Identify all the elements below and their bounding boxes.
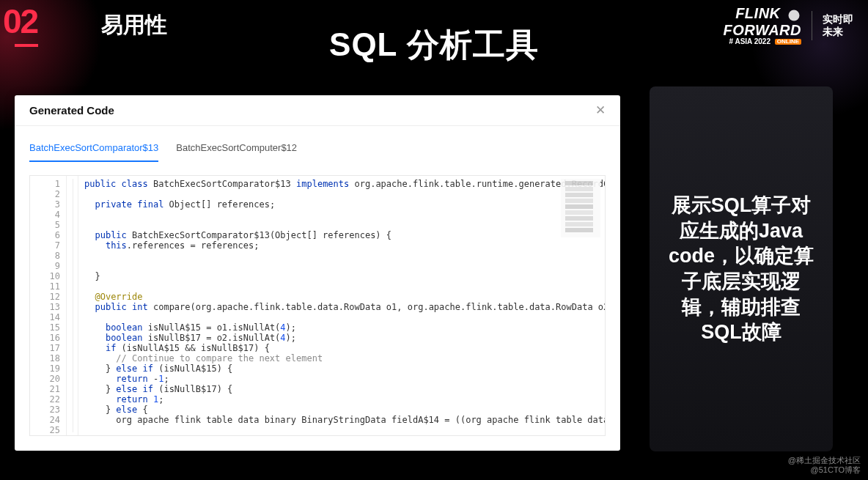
logo-line1: FLINK (735, 5, 780, 21)
tab-1[interactable]: BatchExecSortComputer$12 (176, 136, 297, 162)
minimap[interactable] (561, 179, 600, 237)
conference-logo: FLINK FORWARD # ASIA 2022 ONLINE 实时即 未来 (724, 6, 853, 45)
logo-sub: # ASIA 2022 (729, 37, 770, 45)
credits: @稀土掘金技术社区 @51CTO博客 (788, 456, 861, 476)
tab-0[interactable]: BatchExecSortComparator$13 (29, 136, 158, 162)
tabs: BatchExecSortComparator$13BatchExecSortC… (15, 136, 620, 162)
panel-title: Generated Code (29, 104, 114, 117)
code-viewer: 1 2 3 4 5 6 7 8 9 10 11 12 13 14 15 16 1… (29, 175, 606, 436)
description-box: 展示SQL算子对应生成的Java code，以确定算子底层实现逻辑，辅助排查SQ… (650, 86, 833, 451)
tagline: 实时即 未来 (823, 13, 853, 39)
svg-point-0 (789, 10, 800, 21)
close-icon[interactable]: ✕ (595, 103, 606, 118)
squirrel-icon (787, 8, 801, 23)
logo-badge: ONLINE (775, 39, 801, 45)
logo-line2: FORWARD (724, 23, 801, 38)
code-body[interactable]: public class BatchExecSortComparator$13 … (67, 176, 605, 435)
logo-divider (812, 11, 812, 40)
description-text: 展示SQL算子对应生成的Java code，以确定算子底层实现逻辑，辅助排查SQ… (664, 193, 818, 344)
generated-code-panel: Generated Code ✕ BatchExecSortComparator… (15, 95, 620, 451)
line-numbers: 1 2 3 4 5 6 7 8 9 10 11 12 13 14 15 16 1… (30, 176, 67, 435)
